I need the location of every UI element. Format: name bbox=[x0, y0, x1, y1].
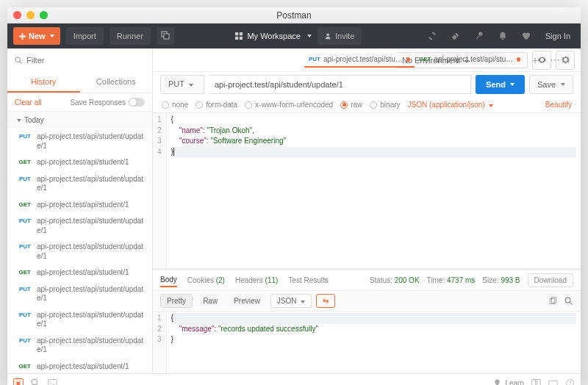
history-url: api-project.test/api/student/1 bbox=[37, 268, 145, 278]
filter-input[interactable] bbox=[15, 53, 145, 68]
history-url: api-project.test/api/student/update/1 bbox=[37, 337, 145, 355]
close-window[interactable] bbox=[13, 11, 21, 19]
sidebar: History Collections Clear all Save Respo… bbox=[7, 48, 153, 373]
history-method: PUT bbox=[15, 217, 31, 224]
history-method: PUT bbox=[15, 337, 31, 344]
bell-icon[interactable] bbox=[494, 27, 512, 45]
copy-icon[interactable] bbox=[548, 297, 557, 306]
method-label: PUT bbox=[168, 79, 184, 88]
window-controls bbox=[13, 11, 48, 19]
satellite-icon[interactable] bbox=[447, 27, 465, 45]
wrap-lines-button[interactable]: ⇆ bbox=[316, 294, 335, 308]
view-pretty[interactable]: Pretty bbox=[160, 294, 193, 308]
sidebar-toggle-icon[interactable]: ▣ bbox=[13, 378, 24, 386]
import-button[interactable]: Import bbox=[66, 27, 104, 45]
beautify-button[interactable]: Beautify bbox=[545, 101, 572, 109]
console-icon[interactable] bbox=[48, 378, 57, 385]
save-button[interactable]: Save bbox=[529, 75, 573, 94]
toggle-icon bbox=[129, 98, 145, 107]
history-method: PUT bbox=[15, 312, 31, 318]
history-item[interactable]: PUTapi-project.test/api/student/update/1 bbox=[7, 307, 152, 333]
body-form-data[interactable]: form-data bbox=[196, 101, 237, 109]
body-xwww[interactable]: x-www-form-urlencoded bbox=[245, 101, 333, 109]
new-button[interactable]: New bbox=[13, 27, 60, 45]
history-item[interactable]: PUTapi-project.test/api/student/update/1 bbox=[7, 129, 152, 154]
clear-all[interactable]: Clear all bbox=[15, 98, 42, 107]
heart-icon[interactable] bbox=[517, 27, 535, 45]
request-line: PUT Send Save bbox=[153, 72, 581, 97]
person-plus-icon bbox=[325, 32, 332, 40]
history-item[interactable]: GETapi-project.test/api/student/1 bbox=[7, 265, 152, 281]
find-icon[interactable] bbox=[31, 378, 40, 385]
tab-collections[interactable]: Collections bbox=[80, 72, 153, 93]
learn-button[interactable]: Learn bbox=[492, 378, 524, 385]
response-body-code: { "message": "records updated successful… bbox=[167, 312, 581, 373]
view-format-select[interactable]: JSON bbox=[270, 294, 312, 308]
body-binary[interactable]: binary bbox=[370, 101, 400, 109]
wrench-icon[interactable] bbox=[470, 27, 488, 45]
svg-rect-16 bbox=[532, 380, 536, 385]
statusbar: ▣ Learn ? bbox=[7, 373, 581, 385]
body-raw[interactable]: raw bbox=[340, 101, 362, 109]
svg-line-12 bbox=[570, 302, 573, 304]
caret-down-icon bbox=[307, 35, 312, 37]
body-type-row: none form-data x-www-form-urlencoded raw… bbox=[153, 97, 581, 113]
history-url: api-project.test/api/student/1 bbox=[37, 158, 145, 168]
history-date-today[interactable]: Today bbox=[7, 112, 152, 129]
svg-text:?: ? bbox=[569, 381, 572, 385]
new-window-button[interactable] bbox=[157, 27, 174, 45]
learn-label: Learn bbox=[505, 379, 524, 385]
resp-tab-tests[interactable]: Test Results bbox=[288, 274, 328, 287]
response-body-viewer[interactable]: 123 { "message": "records updated succes… bbox=[153, 312, 581, 373]
resp-tab-body[interactable]: Body bbox=[160, 273, 177, 287]
keyboard-icon[interactable] bbox=[548, 378, 558, 385]
search-icon[interactable] bbox=[564, 297, 573, 306]
tab-options-button[interactable]: ⋯ bbox=[545, 54, 564, 66]
history-item[interactable]: PUTapi-project.test/api/student/update/1 bbox=[7, 333, 152, 359]
download-button[interactable]: Download bbox=[528, 273, 573, 287]
history-item[interactable]: GETapi-project.test/api/student/1 bbox=[7, 197, 152, 214]
history-item[interactable]: PUTapi-project.test/api/student/update/1 bbox=[7, 171, 152, 197]
send-label: Send bbox=[486, 80, 506, 89]
history-item[interactable]: GETapi-project.test/api/student/1 bbox=[7, 154, 152, 171]
tab-history[interactable]: History bbox=[7, 72, 80, 93]
request-tab[interactable]: GETapi-project.test/api/student/1 bbox=[415, 52, 525, 68]
history-method: GET bbox=[15, 269, 31, 276]
svg-point-11 bbox=[565, 298, 570, 303]
workspace-selector[interactable]: My Workspace bbox=[235, 32, 312, 40]
add-tab-button[interactable]: + bbox=[528, 54, 542, 66]
save-responses-toggle[interactable]: Save Responses bbox=[70, 98, 145, 107]
view-preview[interactable]: Preview bbox=[228, 295, 266, 307]
send-button[interactable]: Send bbox=[476, 75, 525, 94]
resp-tab-cookies[interactable]: Cookies (2) bbox=[187, 274, 225, 287]
history-item[interactable]: PUTapi-project.test/api/student/update/1 bbox=[7, 281, 152, 307]
resp-tab-headers[interactable]: Headers (11) bbox=[235, 274, 278, 287]
invite-button[interactable]: Invite bbox=[318, 27, 362, 45]
body-none[interactable]: none bbox=[162, 101, 188, 109]
runner-button[interactable]: Runner bbox=[110, 27, 151, 45]
sync-icon[interactable] bbox=[423, 27, 441, 45]
maximize-window[interactable] bbox=[40, 11, 48, 19]
history-item[interactable]: GETapi-project.test/api/student/1 bbox=[7, 359, 152, 374]
svg-rect-1 bbox=[164, 34, 169, 39]
caret-down-icon bbox=[189, 84, 193, 87]
request-body-editor[interactable]: 1234 { "name": "Trojan Okoh", "course": … bbox=[153, 113, 581, 268]
help-icon[interactable]: ? bbox=[565, 378, 575, 385]
tab-label: api-project.test/api/student/1 bbox=[434, 55, 513, 63]
method-select[interactable]: PUT bbox=[160, 75, 204, 94]
caret-down-icon bbox=[489, 104, 493, 107]
minimize-window[interactable] bbox=[26, 11, 35, 19]
content-type-select[interactable]: JSON (application/json) bbox=[408, 101, 494, 109]
history-list: Today PUTapi-project.test/api/student/up… bbox=[7, 112, 152, 373]
response-view-bar: Pretty Raw Preview JSON ⇆ bbox=[153, 291, 581, 312]
unsaved-dot-icon bbox=[406, 57, 410, 62]
history-item[interactable]: PUTapi-project.test/api/student/update/1 bbox=[7, 213, 152, 239]
request-tab[interactable]: PUTapi-project.test/api/student/upd bbox=[304, 52, 415, 68]
status-badge: Status: 200 OK bbox=[370, 276, 420, 284]
two-pane-icon[interactable] bbox=[531, 378, 541, 385]
view-raw[interactable]: Raw bbox=[197, 295, 223, 307]
url-input[interactable] bbox=[209, 75, 471, 94]
history-item[interactable]: PUTapi-project.test/api/student/update/1 bbox=[7, 239, 152, 265]
size-badge: Size: 993 B bbox=[482, 276, 520, 284]
signin-button[interactable]: Sign In bbox=[541, 32, 575, 40]
